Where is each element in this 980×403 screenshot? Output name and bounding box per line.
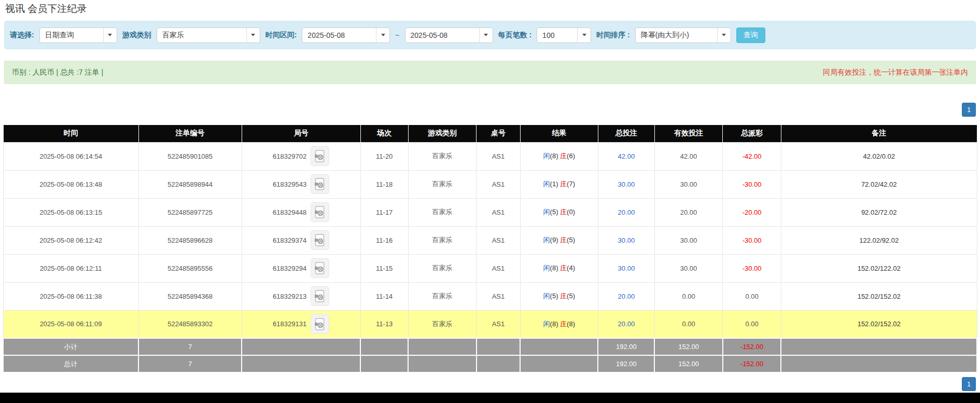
table-row: 2025-05-08 06:12:11 522485895556 6183292… <box>3 254 977 282</box>
video-record-icon <box>315 262 325 274</box>
cell-valid-bet: 0.00 <box>654 310 722 338</box>
cell-table-no: AS1 <box>477 142 521 170</box>
total-bet-link[interactable]: 30.00 <box>618 265 635 272</box>
video-record-icon <box>315 178 325 190</box>
total-bet-link[interactable]: 20.00 <box>618 209 635 216</box>
subtotal-row: 小计 7 192.00 152.00 -152.00 <box>3 338 977 355</box>
cell-payout: -30.00 <box>723 170 781 198</box>
pagination-top: 1 <box>4 103 976 117</box>
cell-result: 闲(1) 庄(7) <box>520 170 598 198</box>
table-row: 2025-05-08 06:11:38 522485894368 6183292… <box>3 282 977 310</box>
page-1-button-top[interactable]: 1 <box>962 103 976 117</box>
result-player-num: (5) <box>550 292 558 300</box>
date-from-select[interactable]: 2025-05-08 <box>302 27 390 43</box>
cell-session: 11-20 <box>360 142 408 170</box>
result-player-num: (1) <box>550 180 558 188</box>
cell-bet-id: 522485896628 <box>138 226 242 254</box>
subtotal-total-bet: 192.00 <box>598 338 654 355</box>
sort-value: 降幂(由大到小) <box>636 28 717 43</box>
caret-down-icon[interactable] <box>103 28 117 43</box>
video-record-button[interactable] <box>311 202 329 222</box>
video-record-button[interactable] <box>311 174 329 194</box>
caret-down-icon[interactable] <box>376 28 389 43</box>
total-bet-link[interactable]: 30.00 <box>618 180 635 188</box>
caret-down-icon[interactable] <box>479 28 493 43</box>
header-table-no: 桌号 <box>477 125 521 142</box>
cell-time: 2025-05-08 06:12:11 <box>3 254 138 282</box>
round-id-text: 618329374 <box>273 237 306 244</box>
header-round-id: 局号 <box>242 125 360 142</box>
cell-payout: -42.00 <box>723 142 781 170</box>
search-button[interactable]: 查询 <box>736 27 765 43</box>
subtotal-count: 7 <box>138 338 242 355</box>
cell-bet-id: 522485897725 <box>138 198 242 226</box>
cell-valid-bet: 30.00 <box>654 226 722 254</box>
subtotal-valid-bet: 152.00 <box>654 338 722 355</box>
game-category-select[interactable]: 百家乐 <box>157 27 260 43</box>
cell-round-id: 618329543 <box>242 170 360 198</box>
cell-remark: 72.02/42.02 <box>781 170 977 198</box>
cell-result: 闲(8) 庄(4) <box>520 254 598 282</box>
cell-payout: 0.00 <box>723 282 781 310</box>
date-to-select[interactable]: 2025-05-08 <box>405 27 493 43</box>
video-record-button[interactable] <box>311 146 329 166</box>
result-banker-label: 庄 <box>560 292 567 300</box>
cell-remark: 122.02/92.02 <box>781 226 977 254</box>
video-record-icon <box>315 234 325 246</box>
subtotal-label: 小计 <box>3 338 138 355</box>
video-record-button[interactable] <box>311 258 329 278</box>
cell-session: 11-17 <box>360 198 408 226</box>
date-to-value: 2025-05-08 <box>405 28 479 43</box>
query-type-label: 请选择: <box>10 31 34 40</box>
total-bet-link[interactable]: 20.00 <box>618 293 635 300</box>
cell-time: 2025-05-08 06:13:48 <box>3 170 138 198</box>
table-row: 2025-05-08 06:13:15 522485897725 6183294… <box>3 198 977 226</box>
cell-game-category: 百家乐 <box>408 198 476 226</box>
result-player-label: 闲 <box>543 264 550 272</box>
header-session: 场次 <box>360 125 408 142</box>
cell-table-no: AS1 <box>477 282 521 310</box>
cell-bet-id: 522485901085 <box>138 142 242 170</box>
cell-game-category: 百家乐 <box>408 310 476 338</box>
header-time: 时间 <box>3 125 138 142</box>
time-range-label: 时间区间: <box>265 31 297 40</box>
total-bet-link[interactable]: 20.00 <box>618 320 635 328</box>
cell-total-bet: 20.00 <box>598 310 654 338</box>
cell-table-no: AS1 <box>477 170 521 198</box>
caret-down-icon[interactable] <box>246 28 260 43</box>
table-row: 2025-05-08 06:14:54 522485901085 6183297… <box>3 142 977 170</box>
cell-table-no: AS1 <box>477 198 521 226</box>
result-banker-num: (8) <box>567 320 575 328</box>
total-bet-link[interactable]: 42.00 <box>618 152 635 160</box>
video-record-button[interactable] <box>311 230 329 250</box>
cell-session: 11-16 <box>360 226 408 254</box>
summary-bar: 币别 : 人民币 | 总共 :7 注单 | 同局有效投注，统一计算在该局第一张注… <box>4 61 976 84</box>
query-type-select[interactable]: 日期查询 <box>39 27 117 43</box>
total-valid-bet: 152.00 <box>654 355 722 372</box>
sort-label: 时间排序 : <box>596 31 630 40</box>
date-from-value: 2025-05-08 <box>302 28 376 43</box>
round-id-text: 618329543 <box>273 180 306 188</box>
sort-select[interactable]: 降幂(由大到小) <box>635 27 731 43</box>
cell-remark: 152.02/122.02 <box>781 254 977 282</box>
video-record-button[interactable] <box>311 314 329 334</box>
total-bet-link[interactable]: 30.00 <box>618 237 635 244</box>
result-player-label: 闲 <box>543 152 550 160</box>
header-remark: 备注 <box>781 125 977 142</box>
caret-down-icon[interactable] <box>717 28 731 43</box>
cell-payout: -20.00 <box>723 198 781 226</box>
cell-table-no: AS1 <box>477 310 521 338</box>
cell-valid-bet: 20.00 <box>654 198 722 226</box>
cell-round-id: 618329702 <box>242 142 360 170</box>
page-size-select[interactable]: 100 <box>537 27 591 43</box>
page-1-button-bottom[interactable]: 1 <box>962 377 976 391</box>
caret-down-icon[interactable] <box>577 28 591 43</box>
video-record-button[interactable] <box>311 286 329 306</box>
table-row: 2025-05-08 06:13:48 522485898944 6183295… <box>3 170 977 198</box>
result-banker-label: 庄 <box>560 236 567 244</box>
cell-payout: -30.00 <box>723 226 781 254</box>
currency-total-text: 币别 : 人民币 | 总共 :7 注单 | <box>12 68 103 77</box>
cell-bet-id: 522485895556 <box>138 254 242 282</box>
table-header-row: 时间 注单编号 局号 场次 游戏类别 桌号 结果 总投注 有效投注 总派彩 备注 <box>3 125 977 142</box>
result-player-label: 闲 <box>543 208 550 216</box>
